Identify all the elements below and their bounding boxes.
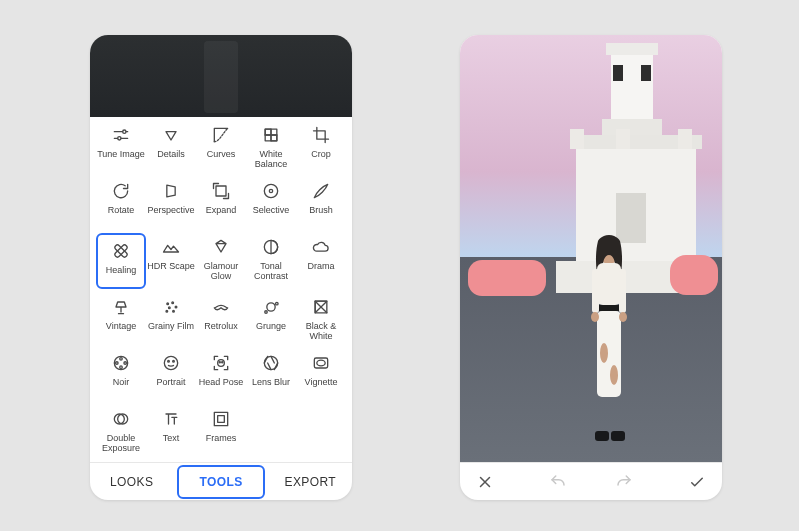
target-circle-icon [261,181,281,201]
svg-point-18 [276,302,279,305]
tool-noir[interactable]: Noir [96,347,146,403]
brush-icon [311,181,331,201]
tab-looks[interactable]: LOOKS [90,463,173,500]
tool-healing[interactable]: Healing [96,233,146,289]
tool-drama[interactable]: Drama [296,231,346,287]
mustache-icon [211,297,231,317]
tool-perspective[interactable]: Perspective [146,175,196,231]
tool-tonal-contrast[interactable]: Tonal Contrast [246,231,296,287]
undo-button[interactable] [549,473,567,491]
double-exposure-icon [111,409,131,429]
svg-point-21 [114,356,127,369]
diamond-icon [211,237,231,257]
svg-point-26 [164,356,177,369]
heal-mask-right [670,255,718,295]
curves-icon [211,125,231,145]
svg-rect-62 [611,431,625,441]
tab-tools[interactable]: TOOLS [177,465,264,499]
svg-point-7 [269,189,272,192]
text-icon [161,409,181,429]
tool-label: Tune Image [97,150,145,160]
face-icon [161,353,181,373]
svg-point-13 [175,306,177,308]
svg-point-30 [219,362,220,363]
tools-scroll-area[interactable]: Tune Image Details Curves White Balance … [90,117,352,462]
svg-rect-39 [611,51,653,121]
frame-icon [211,409,231,429]
close-button[interactable] [476,473,494,491]
tool-label: Portrait [156,378,185,388]
tool-label: Double Exposure [97,434,145,454]
tool-brush[interactable]: Brush [296,175,346,231]
tool-expand[interactable]: Expand [196,175,246,231]
sliders-icon [111,125,131,145]
tool-label: Brush [309,206,333,216]
tool-label: Drama [307,262,334,272]
iris-icon [261,353,281,373]
tools-panel-phone: Tune Image Details Curves White Balance … [90,35,352,500]
tool-vintage[interactable]: Vintage [96,291,146,347]
tool-label: Details [157,150,185,160]
tool-crop[interactable]: Crop [296,119,346,175]
apply-button[interactable] [688,473,706,491]
tool-vignette[interactable]: Vignette [296,347,346,403]
vignette-icon [311,353,331,373]
tool-label: Grainy Film [148,322,194,332]
tool-grainy-film[interactable]: Grainy Film [146,291,196,347]
tool-label: Text [163,434,180,444]
tool-label: Rotate [108,206,135,216]
tool-rotate[interactable]: Rotate [96,175,146,231]
healing-action-bar [460,462,722,500]
tool-tune-image[interactable]: Tune Image [96,119,146,175]
tool-label: White Balance [247,150,295,170]
heal-mask-left [468,260,546,296]
tab-export[interactable]: EXPORT [269,463,352,500]
svg-point-0 [123,130,126,133]
tool-label: Selective [253,206,290,216]
tool-glamour-glow[interactable]: Glamour Glow [196,231,246,287]
tool-white-balance[interactable]: White Balance [246,119,296,175]
tool-double-exposure[interactable]: Double Exposure [96,403,146,459]
svg-rect-4 [271,135,277,141]
tool-selective[interactable]: Selective [246,175,296,231]
healing-editor-phone [460,35,722,500]
tool-label: Black & White [297,322,345,342]
tool-label: Crop [311,150,331,160]
svg-point-55 [600,343,608,363]
mountains-icon [161,237,181,257]
tool-details[interactable]: Details [146,119,196,175]
svg-point-15 [166,310,168,312]
svg-point-29 [218,360,225,367]
tool-label: Expand [206,206,237,216]
tool-text[interactable]: Text [146,403,196,459]
tool-frames[interactable]: Frames [196,403,246,459]
svg-rect-48 [678,129,692,149]
bottom-tab-bar: LOOKS TOOLS EXPORT [90,462,352,500]
film-reel-icon [111,353,131,373]
tool-label: Perspective [147,206,194,216]
rotate-icon [111,181,131,201]
tool-label: Head Pose [199,378,244,388]
tool-lens-blur[interactable]: Lens Blur [246,347,296,403]
tool-curves[interactable]: Curves [196,119,246,175]
perspective-icon [161,181,181,201]
svg-point-27 [168,361,170,363]
edit-canvas[interactable] [460,35,722,462]
svg-rect-58 [619,269,626,313]
redo-button[interactable] [615,473,633,491]
tool-black-white[interactable]: Black & White [296,291,346,347]
tool-retrolux[interactable]: Retrolux [196,291,246,347]
tool-hdr-scape[interactable]: HDR Scape [146,231,196,287]
tool-label: Vintage [106,322,136,332]
tool-grunge[interactable]: Grunge [246,291,296,347]
half-circle-icon [261,237,281,257]
tool-grid: Tune Image Details Curves White Balance … [90,117,352,459]
svg-rect-53 [597,305,621,311]
tool-portrait[interactable]: Portrait [146,347,196,403]
square-split-icon [311,297,331,317]
tool-head-pose[interactable]: Head Pose [196,347,246,403]
tool-label: Frames [206,434,237,444]
svg-point-28 [173,361,175,363]
svg-point-59 [591,312,599,322]
svg-point-12 [172,302,174,304]
